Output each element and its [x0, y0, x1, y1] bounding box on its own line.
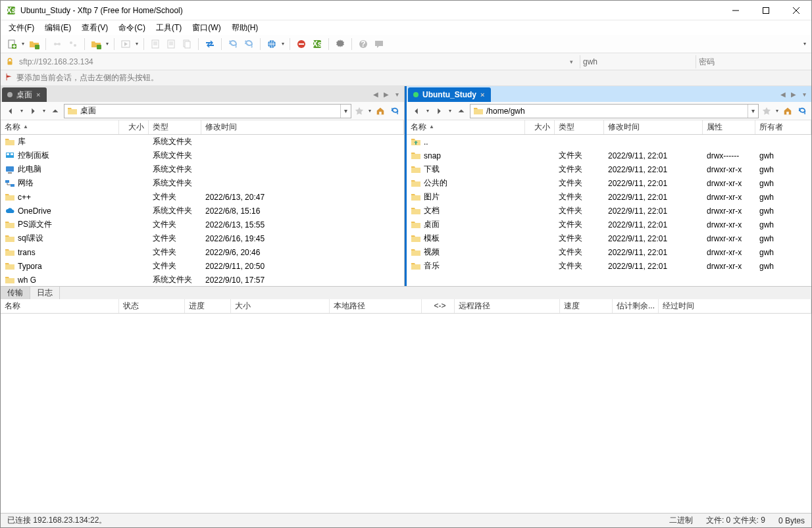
tab-prev-icon[interactable]: ◀	[778, 89, 788, 99]
password-input[interactable]	[696, 55, 807, 68]
tcol-size[interactable]: 大小	[231, 299, 330, 313]
tab-list-icon[interactable]: ▾	[799, 89, 809, 99]
file-row[interactable]: PS源文件文件夹2022/6/13, 15:55	[1, 218, 404, 231]
menu-edit[interactable]: 编辑(E)	[41, 21, 75, 35]
play-button[interactable]	[118, 37, 133, 51]
tab-list-icon[interactable]: ▾	[392, 89, 401, 99]
file-row[interactable]: trans文件夹2022/9/6, 20:46	[1, 245, 404, 259]
menu-window[interactable]: 窗口(W)	[188, 21, 224, 35]
remote-tab[interactable]: Ubuntu_Study×	[408, 87, 491, 102]
remote-path-input[interactable]	[486, 105, 748, 117]
maximize-button[interactable]	[751, 1, 781, 20]
col-type[interactable]: 类型	[149, 120, 201, 134]
menu-help[interactable]: 帮助(H)	[228, 21, 263, 35]
up-button[interactable]	[48, 104, 63, 118]
globe-button[interactable]	[265, 37, 279, 51]
path-dropdown-icon[interactable]: ▾	[340, 105, 351, 118]
disconnect-button[interactable]	[66, 37, 80, 51]
local-path-box[interactable]: ▾	[64, 104, 351, 118]
col-name[interactable]: 名称	[407, 120, 525, 134]
tcol-rpath[interactable]: 远程路径	[455, 299, 560, 313]
close-icon[interactable]: ×	[480, 91, 484, 99]
path-dropdown-icon[interactable]: ▾	[748, 105, 758, 118]
file-row[interactable]: 控制面板系统文件夹	[1, 149, 404, 162]
remote-path-box[interactable]: ▾	[470, 104, 759, 118]
col-name[interactable]: 名称	[1, 120, 119, 134]
back-button[interactable]	[3, 104, 18, 118]
tab-next-icon[interactable]: ▶	[382, 89, 391, 99]
forward-button[interactable]	[432, 104, 446, 118]
dropdown-icon[interactable]: ▾	[19, 108, 24, 114]
tcol-elapsed[interactable]: 经过时间	[659, 299, 811, 313]
doc1-button[interactable]	[148, 37, 163, 51]
home-button[interactable]	[781, 105, 794, 118]
remote-file-list[interactable]: ..snap文件夹2022/9/11, 22:01drwx------gwh下载…	[407, 135, 811, 286]
back-button[interactable]	[409, 104, 424, 118]
file-row[interactable]: 库系统文件夹	[1, 135, 404, 149]
up-button[interactable]	[454, 104, 469, 118]
sync2-button[interactable]	[241, 37, 256, 51]
forward-button[interactable]	[26, 104, 40, 118]
file-row[interactable]: 图片文件夹2022/9/11, 22:01drwxr-xr-xgwh	[407, 190, 811, 204]
tcol-lpath[interactable]: 本地路径	[330, 299, 422, 313]
new-folder-button[interactable]	[89, 37, 103, 51]
connect-button[interactable]	[50, 37, 64, 51]
refresh-button[interactable]	[796, 105, 809, 118]
col-attr[interactable]: 属性	[703, 120, 755, 134]
new-session-button[interactable]	[5, 37, 19, 51]
tab-next-icon[interactable]: ▶	[789, 89, 798, 99]
local-file-list[interactable]: 库系统文件夹控制面板系统文件夹此电脑系统文件夹网络系统文件夹c++文件夹2022…	[1, 135, 404, 286]
stop-button[interactable]	[294, 37, 309, 51]
file-row[interactable]: 网络系统文件夹	[1, 176, 404, 190]
tcol-speed[interactable]: 速度	[560, 299, 613, 313]
local-tab[interactable]: 桌面×	[2, 87, 47, 102]
close-icon[interactable]: ×	[36, 91, 40, 99]
toolbar-overflow-icon[interactable]: ▾	[802, 41, 807, 47]
address-input[interactable]	[19, 55, 563, 68]
tab-log[interactable]: 日志	[30, 287, 60, 299]
file-row[interactable]: 视频文件夹2022/9/11, 22:01drwxr-xr-xgwh	[407, 245, 811, 259]
file-row[interactable]: snap文件夹2022/9/11, 22:01drwx------gwh	[407, 149, 811, 162]
col-size[interactable]: 大小	[119, 120, 149, 134]
feedback-button[interactable]	[372, 37, 386, 51]
home-button[interactable]	[374, 105, 387, 118]
file-row[interactable]: 桌面文件夹2022/9/11, 22:01drwxr-xr-xgwh	[407, 218, 811, 231]
close-button[interactable]	[781, 1, 811, 20]
dropdown-icon[interactable]: ▾	[105, 41, 110, 47]
dropdown-icon[interactable]: ▾	[280, 41, 286, 47]
col-mtime[interactable]: 修改时间	[604, 120, 703, 134]
menu-view[interactable]: 查看(V)	[78, 21, 112, 35]
tcol-dir[interactable]: <->	[422, 299, 455, 313]
username-input[interactable]	[580, 55, 692, 68]
options-button[interactable]	[333, 37, 347, 51]
file-row[interactable]: sql课设文件夹2022/6/16, 19:45	[1, 231, 404, 245]
doc2-button[interactable]	[164, 37, 178, 51]
dropdown-icon[interactable]: ▾	[41, 108, 47, 114]
bookmark-button[interactable]	[353, 105, 366, 118]
file-row[interactable]: 模板文件夹2022/9/11, 22:01drwxr-xr-xgwh	[407, 231, 811, 245]
dropdown-icon[interactable]: ▾	[134, 41, 140, 47]
menu-tool[interactable]: 工具(T)	[152, 21, 186, 35]
tcol-progress[interactable]: 进度	[185, 299, 231, 313]
file-row[interactable]: Typora文件夹2022/9/11, 20:50	[1, 259, 404, 273]
help-button[interactable]	[356, 37, 370, 51]
tcol-eta[interactable]: 估计剩余...	[613, 299, 659, 313]
col-mtime[interactable]: 修改时间	[201, 120, 404, 134]
local-path-input[interactable]	[80, 105, 340, 117]
menu-cmd[interactable]: 命令(C)	[114, 21, 149, 35]
minimize-button[interactable]	[721, 1, 751, 20]
open-session-button[interactable]	[27, 37, 41, 51]
tab-transfer[interactable]: 传输	[1, 287, 30, 299]
col-type[interactable]: 类型	[555, 120, 604, 134]
col-owner[interactable]: 所有者	[755, 120, 811, 134]
tcol-name[interactable]: 名称	[1, 299, 119, 313]
copy-button[interactable]	[180, 37, 194, 51]
transfer-button[interactable]	[203, 37, 217, 51]
file-row[interactable]: wh G系统文件夹2022/9/10, 17:57	[1, 273, 404, 286]
menu-file[interactable]: 文件(F)	[5, 21, 38, 35]
file-row[interactable]: 公共的文件夹2022/9/11, 22:01drwxr-xr-xgwh	[407, 176, 811, 190]
file-row[interactable]: 下载文件夹2022/9/11, 22:01drwxr-xr-xgwh	[407, 162, 811, 176]
file-row[interactable]: c++文件夹2022/6/13, 20:47	[1, 190, 404, 204]
file-row[interactable]: 音乐文件夹2022/9/11, 22:01drwxr-xr-xgwh	[407, 259, 811, 273]
address-dropdown-icon[interactable]: ▾	[567, 57, 576, 66]
